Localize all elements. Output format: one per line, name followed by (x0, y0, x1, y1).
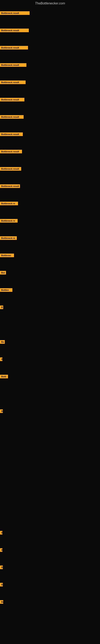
bottleneck-item: Bottlen (0, 288, 12, 292)
bottleneck-item: B (0, 566, 3, 569)
bottleneck-item: Bottleneck result (0, 28, 29, 32)
bottleneck-badge: Bottleneck result (0, 28, 29, 32)
bottleneck-item: B (0, 583, 3, 586)
bottleneck-item: Bottleneck result (0, 80, 26, 84)
bottleneck-badge: B (0, 583, 3, 586)
bottleneck-badge: Bottleneck result (0, 167, 21, 171)
bottleneck-item: B (0, 306, 3, 309)
bottleneck-badge: Bo (0, 340, 5, 344)
bottleneck-item: Bot (0, 271, 6, 274)
site-title: TheBottlenecker.com (0, 0, 100, 7)
bottleneck-item: Bottlenec (0, 254, 14, 257)
bottleneck-badge: B (0, 548, 2, 552)
bottleneck-badge: Bottl (0, 375, 8, 378)
bottleneck-item: Bottleneck result (0, 11, 30, 15)
bottleneck-item: Bottleneck result (0, 184, 20, 188)
bottleneck-badge: Bottleneck result (0, 132, 23, 136)
bottleneck-item: Bottleneck result (0, 115, 24, 119)
bottleneck-item: Bottleneck result (0, 63, 26, 67)
bottleneck-badge: Bottleneck result (0, 115, 24, 119)
bottleneck-badge: Bottleneck result (0, 184, 20, 188)
bottleneck-item: Bottleneck re (0, 219, 18, 222)
bottleneck-item: Bottleneck result (0, 132, 23, 136)
bottleneck-badge: Bottleneck result (0, 98, 24, 102)
bottleneck-item: Bottleneck result (0, 167, 21, 171)
bottleneck-badge: B (0, 306, 3, 309)
bottleneck-item: Bottleneck result (0, 98, 24, 102)
bottleneck-item: Bottleneck re (0, 236, 17, 240)
bottleneck-badge: B (0, 531, 2, 534)
bottleneck-badge: Bottleneck result (0, 80, 26, 84)
bottleneck-item: Bo (0, 600, 3, 604)
bottleneck-badge: Bottlen (0, 288, 12, 292)
bottleneck-badge: Bottleneck result (0, 150, 22, 153)
bottleneck-badge: B (0, 566, 3, 569)
bottleneck-badge: Bot (0, 271, 6, 274)
bottleneck-badge: Bottleneck re (0, 236, 17, 240)
bottleneck-item: Bottleneck result (0, 150, 22, 153)
bottleneck-badge: Bottleneck result (0, 46, 28, 50)
bottleneck-item: B (0, 548, 2, 552)
bottleneck-item: Bottl (0, 375, 8, 378)
bottleneck-item: Bo (0, 340, 5, 344)
bottleneck-item: B (0, 358, 2, 361)
bottleneck-badge: Bottleneck re (0, 219, 18, 222)
bottleneck-badge: Bottleneck result (0, 11, 30, 15)
bottleneck-badge: Bottlenec (0, 254, 14, 257)
bottleneck-item: Bottleneck re (0, 202, 18, 205)
bottleneck-item: B (0, 409, 3, 413)
bottleneck-badge: Bo (0, 600, 3, 604)
bottleneck-badge: Bottleneck result (0, 63, 26, 67)
bottleneck-badge: B (0, 409, 3, 413)
bottleneck-item: B (0, 531, 2, 534)
bottleneck-badge: B (0, 358, 2, 361)
bottleneck-item: Bottleneck result (0, 46, 28, 50)
bottleneck-badge: Bottleneck re (0, 202, 18, 205)
